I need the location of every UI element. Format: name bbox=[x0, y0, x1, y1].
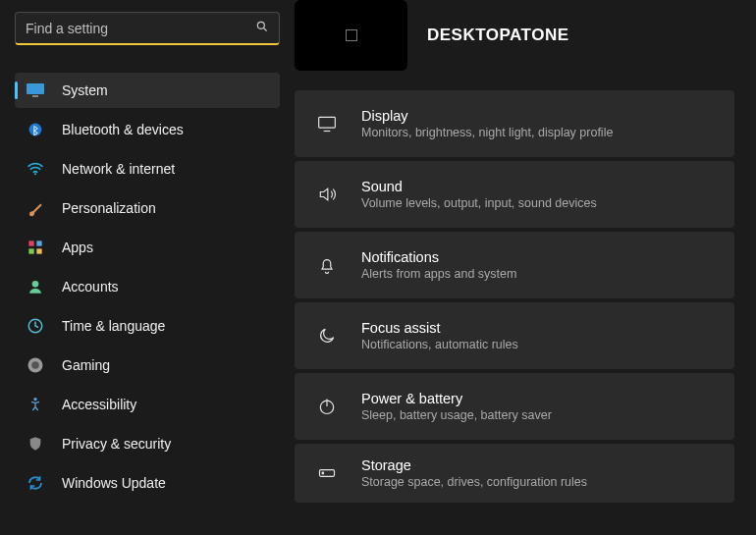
svg-rect-7 bbox=[36, 241, 41, 245]
power-icon bbox=[314, 397, 340, 416]
nav-item-accounts[interactable]: Accounts bbox=[15, 269, 280, 304]
nav-label: Gaming bbox=[62, 357, 110, 373]
nav-label: Apps bbox=[62, 240, 93, 255]
svg-rect-8 bbox=[28, 248, 33, 253]
bell-icon bbox=[314, 255, 340, 275]
nav-label: Accounts bbox=[62, 279, 119, 294]
clock-globe-icon bbox=[25, 315, 46, 337]
card-storage[interactable]: Storage Storage space, drives, configura… bbox=[295, 444, 734, 503]
card-focus-assist[interactable]: Focus assist Notifications, automatic ru… bbox=[295, 302, 734, 369]
svg-rect-2 bbox=[27, 83, 44, 94]
svg-rect-3 bbox=[32, 95, 38, 97]
search-input[interactable] bbox=[26, 21, 255, 36]
moon-icon bbox=[314, 326, 340, 346]
card-desc: Monitors, brightness, night light, displ… bbox=[361, 126, 613, 139]
svg-point-13 bbox=[31, 361, 39, 369]
card-desc: Storage space, drives, configuration rul… bbox=[361, 475, 587, 489]
person-icon bbox=[25, 276, 46, 297]
card-title: Display bbox=[361, 108, 613, 124]
svg-point-10 bbox=[32, 281, 39, 288]
nav-list: System Bluetooth & devices Network & int… bbox=[15, 73, 285, 501]
nav-item-system[interactable]: System bbox=[15, 73, 280, 108]
nav-item-gaming[interactable]: Gaming bbox=[15, 348, 280, 383]
nav-item-apps[interactable]: Apps bbox=[15, 230, 280, 265]
card-title: Sound bbox=[361, 179, 597, 194]
storage-icon bbox=[314, 463, 340, 483]
svg-rect-6 bbox=[28, 241, 33, 245]
card-notifications[interactable]: Notifications Alerts from apps and syste… bbox=[295, 232, 734, 298]
svg-point-0 bbox=[257, 22, 264, 28]
gaming-icon bbox=[25, 354, 46, 376]
svg-point-14 bbox=[33, 398, 36, 401]
nav-label: System bbox=[62, 82, 108, 98]
card-title: Power & battery bbox=[361, 391, 552, 406]
card-title: Notifications bbox=[361, 249, 516, 265]
device-thumbnail bbox=[295, 0, 407, 71]
wifi-icon bbox=[25, 158, 46, 180]
accessibility-icon bbox=[25, 394, 46, 415]
nav-label: Privacy & security bbox=[62, 436, 171, 452]
main-content: DESKTOPATONE Display Monitors, brightnes… bbox=[295, 0, 756, 535]
nav-label: Time & language bbox=[62, 318, 165, 334]
shield-icon bbox=[25, 433, 46, 455]
search-icon bbox=[255, 20, 269, 37]
card-desc: Notifications, automatic rules bbox=[361, 338, 518, 351]
nav-item-network[interactable]: Network & internet bbox=[15, 151, 280, 187]
nav-item-privacy[interactable]: Privacy & security bbox=[15, 426, 280, 461]
nav-item-personalization[interactable]: Personalization bbox=[15, 190, 280, 226]
svg-rect-15 bbox=[319, 117, 336, 128]
card-desc: Volume levels, output, input, sound devi… bbox=[361, 196, 597, 210]
device-header: DESKTOPATONE bbox=[295, 0, 756, 90]
device-name: DESKTOPATONE bbox=[427, 26, 569, 45]
svg-point-5 bbox=[34, 173, 36, 175]
nav-item-time[interactable]: Time & language bbox=[15, 308, 280, 344]
bluetooth-icon bbox=[25, 119, 46, 140]
nav-label: Windows Update bbox=[62, 475, 166, 491]
nav-item-update[interactable]: Windows Update bbox=[15, 465, 280, 501]
update-icon bbox=[25, 472, 46, 494]
display-icon bbox=[314, 114, 340, 134]
card-desc: Sleep, battery usage, battery saver bbox=[361, 408, 552, 422]
card-title: Storage bbox=[361, 457, 587, 473]
card-power[interactable]: Power & battery Sleep, battery usage, ba… bbox=[295, 373, 734, 440]
svg-rect-9 bbox=[36, 248, 41, 253]
card-display[interactable]: Display Monitors, brightness, night ligh… bbox=[295, 90, 734, 157]
nav-item-bluetooth[interactable]: Bluetooth & devices bbox=[15, 112, 280, 147]
nav-label: Bluetooth & devices bbox=[62, 122, 184, 137]
sound-icon bbox=[314, 185, 340, 204]
settings-cards: Display Monitors, brightness, night ligh… bbox=[295, 90, 756, 503]
sidebar: System Bluetooth & devices Network & int… bbox=[0, 0, 295, 535]
svg-point-20 bbox=[322, 472, 324, 474]
svg-line-1 bbox=[264, 27, 267, 30]
nav-item-accessibility[interactable]: Accessibility bbox=[15, 387, 280, 422]
card-title: Focus assist bbox=[361, 320, 518, 336]
window-icon bbox=[346, 29, 357, 41]
brush-icon bbox=[25, 197, 46, 219]
search-box[interactable] bbox=[15, 12, 280, 45]
nav-label: Accessibility bbox=[62, 397, 136, 412]
monitor-icon bbox=[25, 80, 46, 101]
nav-label: Network & internet bbox=[62, 161, 175, 177]
nav-label: Personalization bbox=[62, 200, 156, 216]
card-desc: Alerts from apps and system bbox=[361, 267, 516, 281]
apps-icon bbox=[25, 237, 46, 258]
card-sound[interactable]: Sound Volume levels, output, input, soun… bbox=[295, 161, 734, 228]
